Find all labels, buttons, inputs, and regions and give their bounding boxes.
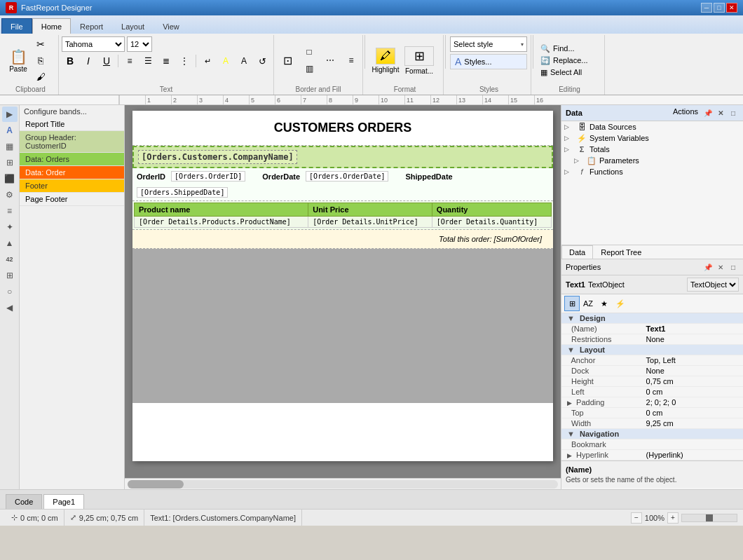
scrollbar-thumb[interactable] (128, 480, 184, 489)
maximize-button[interactable]: □ (714, 3, 725, 13)
object-type-dropdown[interactable]: TextObject (687, 278, 739, 292)
list-tool[interactable]: ≡ (2, 203, 18, 219)
undo-button[interactable]: ↺ (254, 53, 271, 69)
padding-expand-icon[interactable]: ▶ (567, 399, 572, 407)
pointer-tool[interactable]: ▶ (2, 107, 18, 122)
horizontal-scrollbar[interactable] (125, 478, 561, 489)
layout-collapse-icon[interactable]: ▼ (567, 346, 575, 354)
tree-item-totals[interactable]: ▷ Σ Totals (561, 144, 743, 155)
band-item-data-order[interactable]: Data: Order (20, 166, 124, 179)
band-item-report-title[interactable]: Report Title (20, 118, 124, 131)
zoom-slider[interactable] (681, 514, 737, 522)
prop-hyperlink-value[interactable]: (Hyperlink) (643, 450, 743, 460)
prop-category-view[interactable]: ⊞ (564, 296, 580, 311)
nav-collapse-icon[interactable]: ▼ (567, 430, 575, 438)
tree-item-datasources[interactable]: ▷ 🗄 Data Sources (561, 121, 743, 132)
underline-button[interactable]: U (98, 53, 115, 69)
arrow-left-tool[interactable]: ◀ (2, 300, 18, 315)
bold-button[interactable]: B (62, 53, 79, 69)
band-item-footer[interactable]: Footer (20, 179, 124, 193)
minimize-button[interactable]: ─ (701, 3, 712, 13)
prop-width-value[interactable]: 9,25 cm (643, 418, 743, 429)
prop-top-value[interactable]: 0 cm (643, 408, 743, 418)
prop-anchor-value[interactable]: Top, Left (643, 355, 743, 366)
font-size-select[interactable]: 12 (127, 36, 152, 52)
shape-tool[interactable]: ⬛ (2, 171, 18, 186)
prop-height-value[interactable]: 0,75 cm (643, 376, 743, 387)
settings-tool[interactable]: ⚙ (2, 187, 18, 203)
company-name-field[interactable]: [Orders.Customers.CompanyName] (138, 150, 297, 164)
tree-item-parameters[interactable]: ▷ 📋 Parameters (561, 155, 743, 166)
align-left-button[interactable]: ≡ (121, 53, 138, 69)
text-color-button[interactable]: A (236, 53, 252, 69)
line-width-button[interactable]: ≡ (343, 45, 360, 76)
line-style-button[interactable]: ⋯ (320, 45, 340, 76)
tree-item-functions[interactable]: ▷ f Functions (561, 166, 743, 177)
highlight-text-button[interactable]: A (217, 53, 234, 69)
tab-report[interactable]: Report (71, 18, 112, 34)
chart-tool[interactable]: ▲ (2, 235, 18, 251)
prop-restrictions-value[interactable]: None (643, 334, 743, 345)
prop-dock-value[interactable]: None (643, 366, 743, 376)
prop-bookmark-value[interactable] (643, 439, 743, 450)
tab-file[interactable]: File (1, 18, 32, 34)
paste-button[interactable]: 📋 Paste (6, 47, 31, 74)
max-prop-button[interactable]: □ (728, 261, 739, 273)
order-id-value[interactable]: [Orders.OrderID] (171, 171, 245, 182)
grid-tool[interactable]: ⊞ (2, 268, 18, 283)
format-table-button[interactable]: ⊞ (404, 46, 434, 66)
numeric-tool[interactable]: 42 (2, 252, 18, 267)
cut-button[interactable]: ✂ (32, 36, 49, 52)
align-center-button[interactable]: ☰ (139, 53, 156, 69)
table-row[interactable]: [Order Details.Products.ProductName] [Or… (135, 217, 552, 228)
hyperlink-expand-icon[interactable]: ▶ (567, 452, 572, 459)
select-all-button[interactable]: ▦ Select All (538, 67, 601, 78)
design-collapse-icon[interactable]: ▼ (567, 314, 575, 322)
style-dropdown[interactable]: Select style ▾ (450, 36, 527, 52)
band-item-data-orders[interactable]: Data: Orders (20, 153, 124, 166)
report-title-text[interactable]: CUSTOMERS ORDERS (135, 115, 550, 141)
maximize-data-panel-button[interactable]: □ (728, 107, 739, 118)
justify-button[interactable]: ⋮ (176, 53, 193, 69)
copy-button[interactable]: ⎘ (32, 53, 49, 68)
align-right-button[interactable]: ≣ (158, 53, 175, 69)
prop-name-value[interactable]: Text1 (643, 324, 743, 334)
prop-event-view[interactable]: ⚡ (613, 296, 628, 311)
zoom-in-button[interactable]: + (667, 512, 679, 524)
pin-prop-button[interactable]: 📌 (702, 261, 714, 273)
close-prop-button[interactable]: ✕ (715, 261, 726, 273)
close-data-panel-button[interactable]: ✕ (715, 107, 726, 118)
fill-color-button[interactable]: ▥ (301, 61, 318, 76)
text-tool[interactable]: A (2, 123, 18, 138)
zoom-out-button[interactable]: − (631, 512, 642, 524)
font-name-select[interactable]: Tahoma (62, 36, 125, 52)
italic-button[interactable]: I (80, 53, 97, 69)
code-tab[interactable]: Code (6, 494, 42, 509)
border-color-button[interactable]: □ (301, 44, 318, 60)
border-style-button[interactable]: ⊡ (277, 45, 298, 76)
prop-padding-value[interactable]: 2; 0; 2; 0 (643, 397, 743, 408)
canvas-area[interactable]: CUSTOMERS ORDERS [Orders.Customers.Compa… (125, 105, 561, 489)
table-tool[interactable]: ▦ (2, 139, 18, 154)
tab-home[interactable]: Home (32, 18, 71, 34)
close-button[interactable]: ✕ (726, 3, 737, 13)
page1-tab[interactable]: Page1 (43, 494, 84, 509)
data-tab[interactable]: Data (561, 245, 593, 259)
prop-fav-view[interactable]: ★ (597, 296, 612, 311)
highlight-button[interactable]: 🖍 Highlight (369, 42, 402, 78)
tab-view[interactable]: View (154, 18, 189, 34)
replace-button[interactable]: 🔄 Replace... (538, 55, 601, 66)
star-tool[interactable]: ✦ (2, 219, 18, 235)
tree-item-sysvars[interactable]: ▷ ⚡ System Variables (561, 132, 743, 144)
find-button[interactable]: 🔍 Find... (538, 43, 601, 54)
format-painter-button[interactable]: 🖌 (32, 69, 49, 84)
indent-button[interactable]: ↵ (199, 53, 216, 69)
shipped-value[interactable]: [Orders.ShippedDate] (137, 187, 228, 198)
prop-left-value[interactable]: 0 cm (643, 387, 743, 397)
report-tree-tab[interactable]: Report Tree (593, 245, 649, 259)
band-item-page-footer[interactable]: Page Footer (20, 193, 124, 206)
prop-alpha-view[interactable]: AZ (580, 296, 596, 311)
configure-bands-button[interactable]: Configure bands... (20, 105, 124, 118)
band-item-group-header[interactable]: Group Header:CustomerID (20, 131, 124, 153)
order-date-value[interactable]: [Orders.OrderDate] (306, 171, 388, 182)
